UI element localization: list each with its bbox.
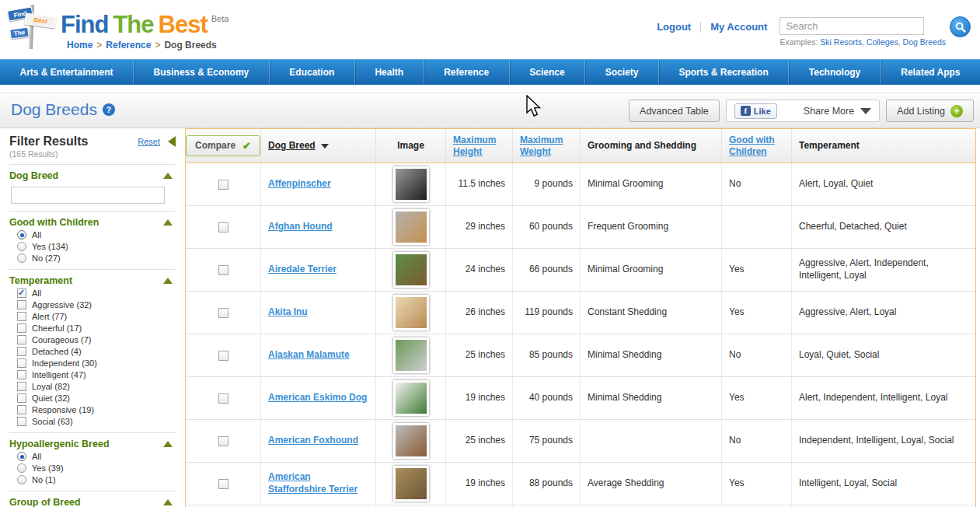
breadcrumb-link-reference[interactable]: Reference bbox=[106, 40, 151, 51]
filter-option-no-1[interactable]: No (1) bbox=[17, 475, 176, 484]
filter-option-independent-30[interactable]: Independent (30) bbox=[17, 358, 176, 368]
radio-control[interactable] bbox=[17, 242, 26, 251]
dog-photo[interactable] bbox=[393, 166, 429, 202]
filter-option-all[interactable]: All bbox=[17, 452, 176, 461]
example-link-colleges[interactable]: Colleges bbox=[867, 37, 898, 47]
breed-link[interactable]: Akita Inu bbox=[268, 306, 308, 319]
radio-control[interactable] bbox=[17, 452, 26, 461]
collapse-triangle-icon[interactable] bbox=[163, 499, 173, 505]
checkbox-control[interactable] bbox=[17, 288, 26, 298]
filter-text-input-dog-breed[interactable] bbox=[11, 187, 165, 204]
compare-checkbox[interactable] bbox=[218, 265, 228, 275]
compare-button[interactable]: Compare✔ bbox=[186, 135, 260, 156]
breed-link[interactable]: Alaskan Malamute bbox=[268, 349, 350, 362]
filter-option-alert-77[interactable]: Alert (77) bbox=[17, 312, 176, 321]
nav-item-science[interactable]: Science bbox=[509, 60, 584, 85]
radio-control[interactable] bbox=[17, 230, 26, 240]
nav-item-business-economy[interactable]: Business & Economy bbox=[133, 60, 269, 85]
checkbox-control[interactable] bbox=[17, 370, 26, 379]
collapse-triangle-icon[interactable] bbox=[163, 219, 173, 226]
column-header-good-with-children[interactable]: Good with Children bbox=[722, 129, 792, 163]
dog-photo[interactable] bbox=[393, 337, 429, 373]
filter-section-header-dog-breed[interactable]: Dog Breed bbox=[9, 170, 176, 181]
reset-filters-link[interactable]: Reset bbox=[138, 137, 160, 146]
column-header-maximum-weight[interactable]: Maximum Weight bbox=[513, 129, 581, 163]
filter-option-cheerful-17[interactable]: Cheerful (17) bbox=[17, 323, 176, 333]
compare-checkbox[interactable] bbox=[218, 479, 228, 489]
example-link-dog-breeds[interactable]: Dog Breeds bbox=[903, 37, 946, 47]
filter-option-responsive-19[interactable]: Responsive (19) bbox=[17, 405, 176, 414]
checkbox-control[interactable] bbox=[17, 323, 26, 333]
search-input[interactable] bbox=[779, 17, 924, 35]
dog-photo[interactable] bbox=[393, 466, 429, 502]
breed-link[interactable]: American Eskimo Dog bbox=[268, 392, 367, 404]
filter-option-courageous-7[interactable]: Courageous (7) bbox=[17, 335, 176, 344]
filter-option-yes-39[interactable]: Yes (39) bbox=[17, 463, 176, 473]
breed-link[interactable]: Afghan Hound bbox=[268, 221, 333, 233]
checkbox-control[interactable] bbox=[17, 347, 26, 356]
checkbox-control[interactable] bbox=[17, 335, 26, 344]
checkbox-control[interactable] bbox=[17, 300, 26, 309]
share-more-button[interactable]: Share More bbox=[804, 106, 871, 117]
nav-item-related-apps[interactable]: Related Apps bbox=[881, 60, 980, 85]
filter-section-header-group-of-breed[interactable]: Group of Breed bbox=[9, 497, 176, 507]
column-header-compare[interactable]: Compare✔ bbox=[186, 129, 261, 163]
column-header-dog-breed[interactable]: Dog Breed bbox=[261, 129, 376, 163]
nav-item-arts-entertainment[interactable]: Arts & Entertainment bbox=[0, 60, 133, 85]
filter-section-header-temperament[interactable]: Temperament bbox=[9, 275, 176, 286]
filter-option-aggressive-32[interactable]: Aggressive (32) bbox=[17, 300, 176, 309]
checkbox-control[interactable] bbox=[17, 382, 26, 391]
help-icon[interactable]: ? bbox=[103, 103, 115, 116]
filter-section-header-good-with-children[interactable]: Good with Children bbox=[9, 217, 176, 228]
example-link-ski-resorts[interactable]: Ski Resorts bbox=[820, 37, 862, 47]
filter-option-social-63[interactable]: Social (63) bbox=[17, 417, 176, 426]
my-account-link[interactable]: My Account bbox=[710, 21, 767, 33]
filter-option-all[interactable]: All bbox=[17, 288, 176, 298]
filter-option-yes-134[interactable]: Yes (134) bbox=[17, 242, 176, 251]
breed-link[interactable]: American Foxhound bbox=[268, 435, 358, 447]
collapse-triangle-icon[interactable] bbox=[163, 278, 173, 284]
dog-photo[interactable] bbox=[393, 252, 429, 288]
filter-option-loyal-82[interactable]: Loyal (82) bbox=[17, 382, 176, 391]
search-button[interactable] bbox=[950, 16, 971, 37]
checkbox-control[interactable] bbox=[17, 393, 26, 403]
nav-item-health[interactable]: Health bbox=[354, 60, 424, 85]
nav-item-education[interactable]: Education bbox=[269, 60, 354, 85]
filter-option-no-27[interactable]: No (27) bbox=[17, 253, 176, 263]
advanced-table-button[interactable]: Advanced Table bbox=[629, 100, 720, 122]
collapse-triangle-icon[interactable] bbox=[163, 441, 173, 447]
dog-photo[interactable] bbox=[393, 380, 429, 416]
nav-item-reference[interactable]: Reference bbox=[424, 60, 509, 85]
filter-section-header-hypoallergenic-breed[interactable]: Hypoallergenic Breed bbox=[9, 439, 176, 449]
breadcrumb-link-home[interactable]: Home bbox=[67, 40, 92, 51]
filter-option-intelligent-47[interactable]: Intelligent (47) bbox=[17, 370, 176, 379]
dog-photo[interactable] bbox=[393, 295, 429, 330]
checkbox-control[interactable] bbox=[17, 312, 26, 321]
filter-option-detached-4[interactable]: Detached (4) bbox=[17, 347, 176, 356]
column-header-maximum-height[interactable]: Maximum Height bbox=[446, 129, 513, 163]
dog-photo[interactable] bbox=[393, 423, 429, 459]
add-listing-button[interactable]: Add Listing + bbox=[886, 100, 974, 122]
checkbox-control[interactable] bbox=[17, 358, 26, 368]
compare-checkbox[interactable] bbox=[218, 393, 228, 404]
compare-checkbox[interactable] bbox=[218, 222, 228, 233]
compare-checkbox[interactable] bbox=[218, 180, 228, 190]
breed-link[interactable]: Airedale Terrier bbox=[268, 264, 337, 276]
compare-checkbox[interactable] bbox=[218, 308, 228, 318]
compare-checkbox[interactable] bbox=[218, 351, 228, 361]
checkbox-control[interactable] bbox=[17, 417, 26, 426]
dog-photo[interactable] bbox=[393, 209, 429, 245]
checkbox-control[interactable] bbox=[17, 405, 26, 414]
nav-item-society[interactable]: Society bbox=[584, 60, 658, 85]
nav-item-sports-recreation[interactable]: Sports & Recreation bbox=[658, 60, 788, 85]
radio-control[interactable] bbox=[17, 475, 26, 484]
radio-control[interactable] bbox=[17, 463, 26, 473]
radio-control[interactable] bbox=[17, 253, 26, 263]
facebook-like-button[interactable]: f Like bbox=[734, 103, 777, 119]
filter-option-quiet-32[interactable]: Quiet (32) bbox=[17, 393, 176, 403]
collapse-triangle-icon[interactable] bbox=[163, 173, 173, 179]
filter-option-all[interactable]: All bbox=[17, 230, 176, 240]
compare-checkbox[interactable] bbox=[218, 436, 228, 446]
nav-item-technology[interactable]: Technology bbox=[788, 60, 881, 85]
breed-link[interactable]: Affenpinscher bbox=[268, 178, 331, 191]
